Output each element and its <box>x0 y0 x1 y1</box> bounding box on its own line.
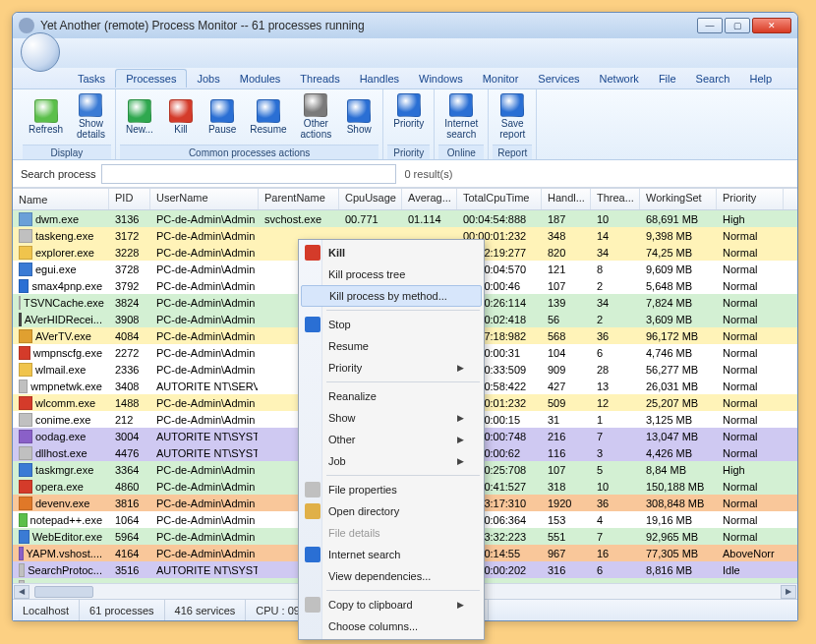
tab-threads[interactable]: Threads <box>290 70 349 88</box>
ribbon-icon <box>210 99 234 123</box>
minimize-button[interactable]: — <box>697 18 723 33</box>
menu-item-label: Choose columns... <box>328 620 418 632</box>
cell: 9,609 MB <box>640 263 717 275</box>
maximize-button[interactable]: ▢ <box>725 18 750 33</box>
other-button[interactable]: Otheractions <box>295 91 338 142</box>
tab-bar: TasksProcessesJobsModulesThreadsHandlesW… <box>13 68 797 89</box>
cell: 96,172 MB <box>640 330 717 342</box>
cell: High <box>717 213 784 225</box>
pause-button[interactable]: Pause <box>203 91 242 142</box>
scroll-left-icon[interactable]: ◀ <box>14 585 29 599</box>
cell: SearchProtoc... <box>13 563 109 577</box>
menu-item-stop[interactable]: Stop <box>301 314 482 335</box>
column-header[interactable]: CpuUsage <box>339 189 402 209</box>
column-header[interactable]: PID <box>109 189 150 209</box>
kill-button[interactable]: Kill <box>161 91 201 142</box>
priority-button[interactable]: Priority <box>387 91 430 131</box>
menu-item-label: Kill <box>328 247 345 259</box>
context-menu[interactable]: KillKill process treeKill process by met… <box>298 239 485 640</box>
column-header[interactable]: Threa... <box>591 189 640 209</box>
ribbon-label: Show <box>347 124 372 135</box>
submenu-arrow-icon: ▶ <box>457 363 464 373</box>
column-header[interactable]: UserName <box>150 189 259 209</box>
new--button[interactable]: New... <box>120 91 159 142</box>
menu-item-open-directory[interactable]: Open directory <box>301 500 482 522</box>
tab-network[interactable]: Network <box>590 70 649 88</box>
cell: PC-de-Admin\Admin <box>150 280 259 292</box>
menu-item-file-details: File details <box>301 522 482 544</box>
cell: Normal <box>717 297 784 309</box>
refresh-button[interactable]: Refresh <box>23 91 69 142</box>
menu-item-kill[interactable]: Kill <box>301 242 482 263</box>
tab-handles[interactable]: Handles <box>350 70 409 88</box>
tab-jobs[interactable]: Jobs <box>187 70 229 88</box>
show-button[interactable]: Show <box>339 91 379 142</box>
cell: 4,746 MB <box>640 347 717 359</box>
menu-item-job[interactable]: Job▶ <box>301 450 482 472</box>
cell: 1064 <box>109 514 150 526</box>
ribbon-label: Internetsearch <box>444 118 478 140</box>
menu-item-file-properties[interactable]: File properties <box>301 479 482 500</box>
cell: 1488 <box>109 397 150 409</box>
tab-modules[interactable]: Modules <box>230 70 291 88</box>
orb-button[interactable] <box>21 32 60 72</box>
cell: Normal <box>717 498 784 509</box>
cell: 26,031 MB <box>640 381 717 392</box>
save-button[interactable]: Savereport <box>493 91 532 142</box>
menu-item-label: Other <box>328 434 356 445</box>
cell: Normal <box>717 280 784 292</box>
cell: Normal <box>717 447 784 459</box>
tab-tasks[interactable]: Tasks <box>68 70 115 88</box>
column-header[interactable]: TotalCpuTime <box>457 189 542 209</box>
menu-item-priority[interactable]: Priority▶ <box>301 357 482 379</box>
cell: 3908 <box>109 314 150 325</box>
scroll-right-icon[interactable]: ▶ <box>781 585 796 599</box>
tab-services[interactable]: Services <box>528 70 589 88</box>
menu-item-copy-to-clipboard[interactable]: Copy to clipboard▶ <box>301 594 482 615</box>
tab-search[interactable]: Search <box>686 70 740 88</box>
cell: 28 <box>591 364 640 376</box>
table-row[interactable]: dwm.exe3136PC-de-Admin\Adminsvchost.exe0… <box>13 210 797 227</box>
cell: wlcomm.exe <box>13 396 109 410</box>
menu-item-label: Copy to clipboard <box>328 599 413 611</box>
cell: 8 <box>591 263 640 275</box>
menu-item-show[interactable]: Show▶ <box>301 407 482 429</box>
cell: PC-de-Admin\Admin <box>150 481 259 493</box>
tab-monitor[interactable]: Monitor <box>473 70 529 88</box>
menu-item-other[interactable]: Other▶ <box>301 429 482 450</box>
resume-button[interactable]: Resume <box>244 91 292 142</box>
cell: 9,398 MB <box>640 230 717 242</box>
show-button[interactable]: Showdetails <box>71 91 111 142</box>
column-header[interactable]: WorkingSet <box>640 189 717 209</box>
column-header[interactable]: Averag... <box>402 189 457 209</box>
tab-file[interactable]: File <box>649 70 686 88</box>
menu-item-kill-process-tree[interactable]: Kill process tree <box>301 263 482 285</box>
menu-item-internet-search[interactable]: Internet search <box>301 544 482 565</box>
ribbon-group-label: Common processes actions <box>120 145 379 159</box>
cell: Normal <box>717 381 784 392</box>
internet-button[interactable]: Internetsearch <box>438 91 484 142</box>
column-header[interactable]: ParentName <box>259 189 339 209</box>
cell: Normal <box>717 364 784 376</box>
titlebar[interactable]: Yet Another (remote) Process Monitor -- … <box>13 13 797 38</box>
menu-item-label: Show <box>328 412 356 424</box>
grid-header[interactable]: NamePIDUserNameParentNameCpuUsageAverag.… <box>13 189 797 210</box>
column-header[interactable]: Priority <box>717 189 784 209</box>
close-button[interactable]: ✕ <box>752 18 791 33</box>
cell: 509 <box>542 397 591 409</box>
column-header[interactable]: Handl... <box>542 189 591 209</box>
menu-item-reanalize[interactable]: Reanalize <box>301 385 482 407</box>
tab-processes[interactable]: Processes <box>115 69 187 88</box>
menu-item-label: Kill process tree <box>328 268 405 280</box>
menu-item-kill-process-by-method-[interactable]: Kill process by method... <box>301 285 482 307</box>
tab-windows[interactable]: Windows <box>409 70 473 88</box>
menu-item-view-dependencies-[interactable]: View dependencies... <box>301 565 482 587</box>
column-header[interactable]: Name <box>13 189 109 209</box>
scroll-thumb[interactable] <box>34 586 93 598</box>
cell: AUTORITE NT\SERVI... <box>150 381 259 392</box>
cell: 00.771 <box>339 213 402 225</box>
menu-item-choose-columns-[interactable]: Choose columns... <box>301 615 482 637</box>
search-input[interactable] <box>101 164 396 184</box>
tab-help[interactable]: Help <box>739 70 782 88</box>
menu-item-resume[interactable]: Resume <box>301 335 482 357</box>
